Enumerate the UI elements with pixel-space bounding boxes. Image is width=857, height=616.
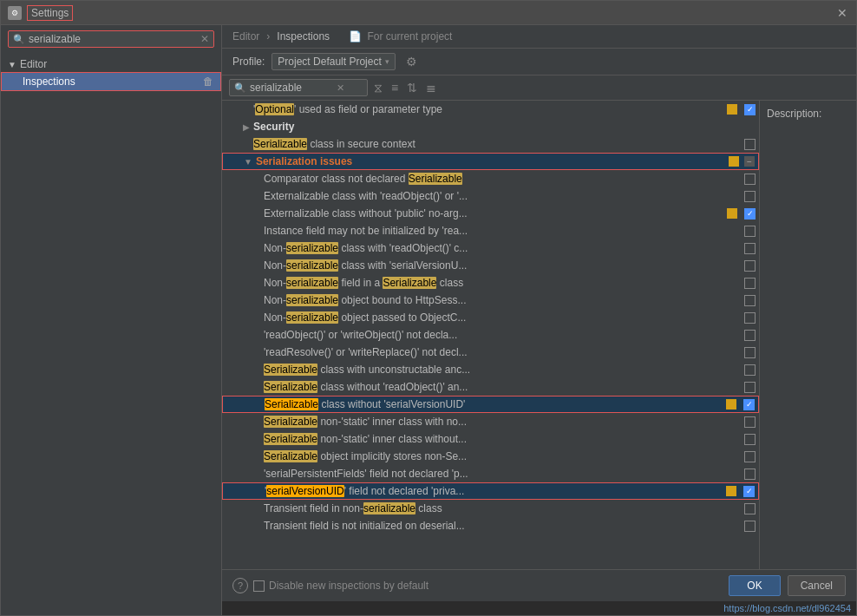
insp-severity-serialization	[729, 156, 739, 167]
inspections-search-clear-icon[interactable]: ✕	[337, 82, 344, 94]
insp-row-non-serial-field[interactable]: Non-serializable field in a Serializable…	[222, 274, 759, 292]
collapse-all-icon[interactable]: ⇅	[404, 80, 420, 95]
insp-row-non-serial-version[interactable]: Non-serializable class with 'serialVersi…	[222, 257, 759, 274]
insp-row-serial-versionuid-private[interactable]: 'serialVersionUID' field not declared 'p…	[222, 482, 759, 500]
insp-row-serial-no-readobject[interactable]: Serializable class without 'readObject()…	[222, 378, 759, 396]
inspections-search-icon: 🔍	[234, 82, 246, 94]
sidebar-search-clear-icon[interactable]: ✕	[200, 33, 209, 45]
insp-row-instance-field[interactable]: Instance field may not be initialized by…	[222, 222, 759, 239]
insp-row-non-serial-objectc[interactable]: Non-serializable object passed to Object…	[222, 309, 759, 326]
insp-row-security-group[interactable]: ▶ Security	[222, 118, 759, 135]
insp-cb-serial-nonstatic-inner2[interactable]	[744, 434, 756, 445]
insp-row-serializable-secure[interactable]: Serializable class in secure context	[222, 135, 759, 153]
inspections-search-wrapper: 🔍 ✕	[229, 79, 368, 96]
sidebar-search-wrapper: 🔍 ✕	[8, 30, 214, 48]
insp-cb-externalizable-noarg[interactable]	[744, 208, 756, 220]
insp-row-serial-nonstatic-inner2[interactable]: Serializable non-'static' inner class wi…	[222, 430, 759, 448]
profile-gear-icon[interactable]: ⚙	[406, 55, 417, 69]
insp-cb-non-serial-field[interactable]	[744, 278, 756, 289]
filter-icon[interactable]: ⧖	[371, 80, 385, 96]
insp-cb-serial-unconstructable[interactable]	[744, 364, 756, 376]
insp-cb-serial-versionuid-private[interactable]	[743, 486, 755, 497]
split-panel: 'Optional' used as field or parameter ty…	[222, 101, 856, 569]
sidebar-search-icon: 🔍	[13, 34, 25, 45]
insp-text-serial-no-readobject: Serializable class without 'readObject()…	[264, 381, 741, 393]
insp-cb-readobject-writeobject[interactable]	[744, 330, 756, 341]
insp-text-non-serial-readobject: Non-serializable class with 'readObject(…	[264, 242, 741, 254]
sidebar-tree: ▼ Editor Inspections 🗑	[1, 53, 221, 615]
insp-cb-serial-implicitly[interactable]	[744, 451, 756, 462]
insp-cb-serial-persistent[interactable]	[744, 469, 756, 480]
insp-text-optional: 'Optional' used as field or parameter ty…	[253, 103, 727, 115]
insp-row-serial-no-versionuid[interactable]: Serializable class without 'serialVersio…	[222, 396, 759, 413]
insp-text-serializable-secure: Serializable class in secure context	[253, 138, 741, 150]
sidebar-editor-arrow: ▼	[8, 60, 16, 69]
menu-icon[interactable]: ≣	[423, 80, 439, 95]
insp-cb-transient-nonserial[interactable]	[744, 503, 756, 514]
insp-row-optional[interactable]: 'Optional' used as field or parameter ty…	[222, 101, 759, 118]
insp-row-readobject-writeobject[interactable]: 'readObject()' or 'writeObject()' not de…	[222, 326, 759, 344]
insp-cb-non-serial-http[interactable]	[744, 295, 756, 306]
help-icon[interactable]: ?	[232, 578, 248, 593]
insp-row-serial-nonstatic-inner[interactable]: Serializable non-'static' inner class wi…	[222, 413, 759, 430]
insp-text-serial-nonstatic-inner: Serializable non-'static' inner class wi…	[264, 416, 741, 428]
sidebar-inspections-label: Inspections	[23, 75, 75, 88]
insp-text-non-serial-objectc: Non-serializable object passed to Object…	[264, 311, 741, 324]
sidebar-item-inspections[interactable]: Inspections 🗑	[1, 72, 221, 91]
insp-row-transient-nonserial[interactable]: Transient field in non-serializable clas…	[222, 500, 759, 517]
insp-cb-instance-field[interactable]	[744, 226, 756, 237]
profile-dropdown-text: Project Default Project	[278, 56, 381, 68]
insp-severity-serial-no-versionuid	[726, 399, 736, 410]
profile-dropdown-arrow-icon: ▾	[385, 57, 389, 66]
insp-row-non-serial-readobject[interactable]: Non-serializable class with 'readObject(…	[222, 239, 759, 257]
insp-cb-serial-no-readobject[interactable]	[744, 382, 756, 393]
ok-button[interactable]: OK	[729, 575, 780, 596]
insp-row-serial-persistent[interactable]: 'serialPersistentFields' field not decla…	[222, 465, 759, 482]
insp-row-externalizable-readobject[interactable]: Externalizable class with 'readObject()'…	[222, 187, 759, 205]
profile-bar: Profile: Project Default Project ▾ ⚙	[222, 49, 856, 75]
insp-cb-non-serial-readobject[interactable]	[744, 243, 756, 254]
insp-text-serial-no-versionuid: Serializable class without 'serialVersio…	[265, 398, 726, 410]
insp-row-serialization-issues[interactable]: ▼ Serialization issues −	[222, 153, 759, 170]
insp-text-serial-nonstatic-inner2: Serializable non-'static' inner class wi…	[264, 433, 741, 445]
sidebar-search-input[interactable]	[29, 33, 200, 45]
insp-cb-non-serial-objectc[interactable]	[744, 312, 756, 324]
insp-row-readresolve-writereplace[interactable]: 'readResolve()' or 'writeReplace()' not …	[222, 344, 759, 361]
insp-row-comparator[interactable]: Comparator class not declared Serializab…	[222, 170, 759, 187]
bottom-left: ? Disable new inspections by default	[232, 578, 428, 593]
disable-new-inspections-checkbox[interactable]	[253, 580, 265, 592]
description-panel: Description:	[760, 101, 856, 569]
expand-all-icon[interactable]: ≡	[389, 80, 401, 95]
close-button[interactable]: ✕	[835, 6, 849, 20]
profile-dropdown[interactable]: Project Default Project ▾	[271, 53, 395, 70]
cancel-button[interactable]: Cancel	[788, 575, 846, 596]
inspections-search-input[interactable]	[250, 82, 337, 94]
serialization-issues-arrow-icon: ▼	[244, 157, 252, 167]
insp-text-comparator: Comparator class not declared Serializab…	[264, 173, 741, 185]
insp-text-instance-field: Instance field may not be initialized by…	[264, 225, 741, 237]
insp-row-serial-unconstructable[interactable]: Serializable class with unconstructable …	[222, 361, 759, 378]
insp-cb-optional[interactable]	[744, 104, 756, 115]
insp-severity-serial-versionuid-private	[726, 486, 736, 496]
insp-cb-externalizable-readobject[interactable]	[744, 191, 756, 202]
insp-cb-serializable-secure[interactable]	[744, 139, 756, 150]
insp-row-transient-not-init[interactable]: Transient field is not initialized on de…	[222, 517, 759, 534]
sidebar-delete-icon[interactable]: 🗑	[203, 75, 213, 88]
insp-cb-non-serial-version[interactable]	[744, 260, 756, 272]
panel-breadcrumb-editor: Editor	[232, 30, 259, 43]
url-text: https://blog.csdn.net/dl962454	[723, 603, 851, 613]
window-title: Settings	[27, 5, 73, 21]
insp-severity-optional	[727, 104, 737, 115]
insp-cb-serial-nonstatic-inner[interactable]	[744, 416, 756, 428]
insp-cb-serial-no-versionuid[interactable]	[743, 399, 755, 410]
insp-text-non-serial-http: Non-serializable object bound to HttpSes…	[264, 294, 741, 306]
settings-window: ⚙ Settings ✕ 🔍 ✕ ▼ Editor I	[0, 0, 857, 616]
insp-cb-readresolve-writereplace[interactable]	[744, 347, 756, 358]
insp-cb-transient-not-init[interactable]	[744, 521, 756, 532]
insp-row-serial-implicitly[interactable]: Serializable object implicitly stores no…	[222, 448, 759, 465]
panel-breadcrumb-inspections: Inspections	[277, 30, 330, 43]
insp-expand-minus[interactable]: −	[744, 156, 755, 167]
insp-row-non-serial-http[interactable]: Non-serializable object bound to HttpSes…	[222, 292, 759, 309]
insp-row-externalizable-noarg[interactable]: Externalizable class without 'public' no…	[222, 205, 759, 222]
insp-cb-comparator[interactable]	[744, 174, 756, 185]
